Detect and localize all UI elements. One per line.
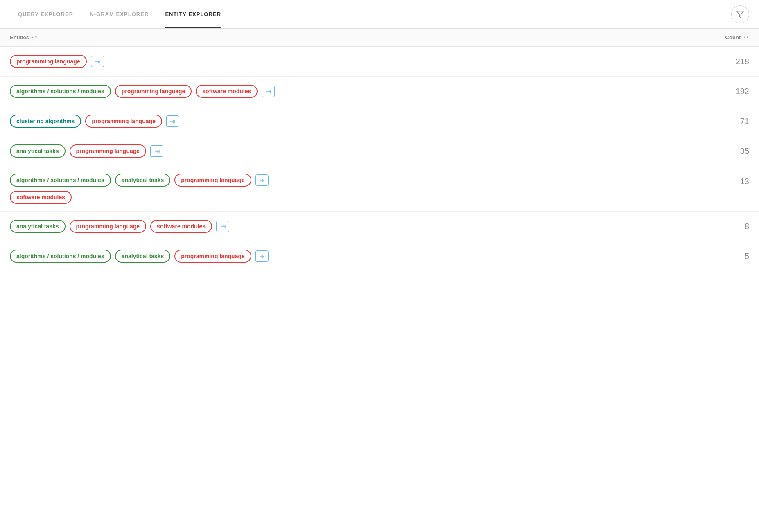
tab-query-explorer[interactable]: QUERY EXPLORER [10, 0, 81, 28]
row-entities-line: algorithms / solutions / modules analyti… [10, 174, 725, 187]
tag-algorithms-solutions-modules[interactable]: algorithms / solutions / modules [10, 85, 111, 98]
row-entities-line: software modules [10, 191, 725, 204]
tag-software-modules[interactable]: software modules [150, 220, 212, 233]
table-row: algorithms / solutions / modules program… [0, 77, 759, 106]
row-navigate-icon[interactable]: ⇥ [216, 221, 229, 232]
col-entities-header[interactable]: Entities ▲▼ [10, 34, 38, 41]
row-count: 71 [725, 117, 749, 126]
tag-programming-language[interactable]: programming language [70, 220, 147, 233]
table-row: algorithms / solutions / modules analyti… [0, 241, 759, 271]
row-navigate-icon[interactable]: ⇥ [91, 56, 104, 67]
tag-programming-language[interactable]: programming language [115, 85, 192, 98]
table-row: algorithms / solutions / modules analyti… [0, 166, 759, 212]
entities-label: Entities [10, 34, 29, 41]
row-entities: algorithms / solutions / modules analyti… [10, 250, 725, 263]
tag-analytical-tasks[interactable]: analytical tasks [115, 250, 171, 263]
tab-entity-explorer[interactable]: ENTITY EXPLORER [157, 0, 229, 28]
tag-software-modules[interactable]: software modules [10, 191, 72, 204]
tag-programming-language[interactable]: programming language [70, 144, 147, 158]
filter-button[interactable] [731, 5, 749, 23]
row-count: 8 [725, 222, 749, 231]
row-entities: algorithms / solutions / modules program… [10, 85, 725, 98]
row-entities: analytical tasks programming language so… [10, 220, 725, 233]
table-row: analytical tasks programming language ⇥ … [0, 136, 759, 166]
row-count: 35 [725, 147, 749, 156]
nav-bar: QUERY EXPLORER N-GRAM EXPLORER ENTITY EX… [0, 0, 759, 29]
row-entities: programming language ⇥ [10, 55, 725, 68]
count-label: Count [725, 34, 741, 41]
tag-analytical-tasks[interactable]: analytical tasks [10, 144, 66, 158]
table-row: programming language ⇥ 218 [0, 47, 759, 77]
row-navigate-icon[interactable]: ⇥ [262, 86, 275, 97]
table-header: Entities ▲▼ Count ▲▼ [0, 29, 759, 47]
tag-analytical-tasks[interactable]: analytical tasks [10, 220, 66, 233]
row-entities-wrap: algorithms / solutions / modules analyti… [10, 174, 725, 204]
svg-marker-0 [737, 11, 744, 17]
table-row: clustering algorithms programming langua… [0, 106, 759, 136]
entities-sort-icon[interactable]: ▲▼ [31, 36, 38, 39]
app-container: QUERY EXPLORER N-GRAM EXPLORER ENTITY EX… [0, 0, 759, 271]
row-navigate-icon[interactable]: ⇥ [150, 145, 163, 157]
row-count: 218 [725, 57, 749, 66]
tag-analytical-tasks[interactable]: analytical tasks [115, 174, 171, 187]
tag-programming-language[interactable]: programming language [85, 115, 162, 128]
tag-algorithms-solutions-modules[interactable]: algorithms / solutions / modules [10, 250, 111, 263]
row-entities: clustering algorithms programming langua… [10, 115, 725, 128]
tag-programming-language[interactable]: programming language [174, 250, 251, 263]
tag-programming-language[interactable]: programming language [174, 174, 251, 187]
row-navigate-icon[interactable]: ⇥ [255, 174, 269, 186]
tab-ngram-explorer[interactable]: N-GRAM EXPLORER [81, 0, 157, 28]
row-entities: analytical tasks programming language ⇥ [10, 144, 725, 158]
count-sort-icon[interactable]: ▲▼ [743, 36, 749, 39]
tag-clustering-algorithms[interactable]: clustering algorithms [10, 115, 81, 128]
row-count: 13 [725, 177, 749, 186]
row-navigate-icon[interactable]: ⇥ [255, 250, 269, 262]
tag-algorithms-solutions-modules[interactable]: algorithms / solutions / modules [10, 174, 111, 187]
row-navigate-icon[interactable]: ⇥ [166, 115, 179, 127]
row-count: 192 [725, 87, 749, 96]
tag-software-modules[interactable]: software modules [196, 85, 258, 98]
tag-programming-language[interactable]: programming language [10, 55, 87, 68]
row-count: 5 [725, 252, 749, 261]
table-row: analytical tasks programming language so… [0, 212, 759, 241]
col-count-header[interactable]: Count ▲▼ [725, 34, 749, 41]
